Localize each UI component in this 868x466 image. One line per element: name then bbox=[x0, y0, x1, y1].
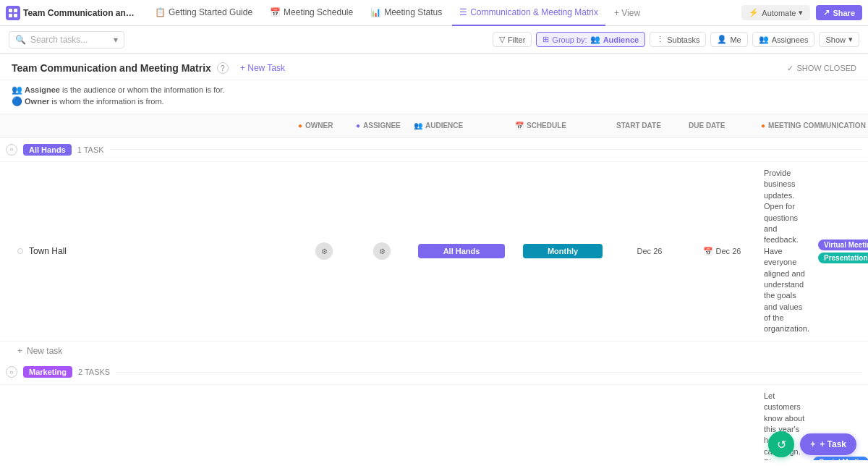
assignee-cell: ⚙ bbox=[353, 242, 411, 260]
group-count-marketing: 2 TASKS bbox=[78, 368, 110, 376]
refresh-icon: ↺ bbox=[777, 438, 786, 452]
group-by-button[interactable]: ⊞ Group by: 👥 Audience bbox=[536, 32, 645, 47]
search-chevron: ▾ bbox=[114, 35, 118, 45]
tab-icon-getting-started: 📋 bbox=[155, 7, 166, 17]
tab-icon-communication-matrix: ☰ bbox=[459, 7, 467, 17]
app-icon bbox=[6, 6, 20, 20]
calendar-icon: 📅 bbox=[703, 247, 713, 256]
audience-icon: 👥 bbox=[590, 35, 600, 44]
plus-icon: + bbox=[17, 346, 22, 356]
share-icon: ↗ bbox=[823, 8, 830, 17]
filter-button[interactable]: ▽ Filter bbox=[493, 32, 532, 47]
table-header: ● Owner ● Assignee 👥 Audience 📅 Schedule… bbox=[0, 114, 868, 137]
col-audience: 👥 Audience bbox=[411, 122, 512, 130]
add-task-button[interactable]: + + Task bbox=[800, 433, 856, 455]
checkmark-icon: ✓ bbox=[787, 64, 793, 73]
comm-badge: Presentation bbox=[818, 253, 868, 263]
tab-icon-meeting-schedule: 📅 bbox=[270, 7, 281, 17]
assignees-button[interactable]: 👥 Assignees bbox=[752, 32, 815, 47]
start-date-cell: Dec 26 bbox=[613, 247, 686, 255]
group-badge-marketing: Marketing bbox=[23, 366, 72, 378]
filter-bar: 🔍 Search tasks... ▾ ▽ Filter ⊞ Group by:… bbox=[0, 26, 868, 54]
audience-badge: All Hands bbox=[418, 244, 505, 258]
show-button[interactable]: Show ▾ bbox=[819, 32, 859, 47]
svg-rect-3 bbox=[14, 14, 17, 17]
col-owner: ● Owner bbox=[295, 122, 353, 130]
tab-getting-started[interactable]: 📋 Getting Started Guide bbox=[148, 0, 260, 26]
svg-rect-0 bbox=[9, 9, 12, 12]
tab-communication-matrix[interactable]: ☰ Communication & Meeting Matrix bbox=[452, 0, 605, 26]
filter-icon: ▽ bbox=[499, 35, 505, 44]
filter-actions: ▽ Filter ⊞ Group by: 👥 Audience ⋮ Subtas… bbox=[493, 32, 859, 47]
collapse-marketing[interactable]: ○ bbox=[6, 366, 17, 378]
new-task-header-button[interactable]: + New Task bbox=[234, 61, 291, 75]
task-bullet bbox=[17, 248, 23, 254]
comm-method-cell: Virtual Meeting Presentation Emails bbox=[815, 237, 868, 266]
show-closed-button[interactable]: ✓ SHOW CLOSED bbox=[787, 64, 856, 73]
legend-assignee: 👥 Assignee is the audience or whom the i… bbox=[12, 85, 856, 95]
top-bar: Team Communication and Meeting Ma... 📋 G… bbox=[0, 0, 868, 26]
me-icon: 👤 bbox=[717, 35, 727, 44]
plus-view-button[interactable]: + View bbox=[608, 8, 646, 18]
svg-rect-1 bbox=[14, 9, 17, 12]
show-chevron: ▾ bbox=[848, 35, 853, 44]
task-name-town-hall: Town Hall bbox=[6, 246, 295, 256]
legend: 👥 Assignee is the audience or whom the i… bbox=[0, 80, 868, 114]
legend-owner: 🔵 Owner is whom the information is from. bbox=[12, 96, 856, 106]
app-title: Team Communication and Meeting Ma... bbox=[23, 8, 139, 18]
schedule-badge: Monthly bbox=[523, 244, 603, 258]
search-box[interactable]: 🔍 Search tasks... ▾ bbox=[9, 31, 124, 48]
audience-cell: All Hands bbox=[411, 244, 512, 258]
col-goals: ● Meeting Communication Goals bbox=[758, 122, 868, 130]
svg-rect-2 bbox=[9, 14, 12, 17]
group-badge-all-hands: All Hands bbox=[23, 144, 72, 156]
group-divider-marketing bbox=[116, 372, 862, 373]
group-icon: ⊞ bbox=[542, 35, 549, 44]
comm-badge: Virtual Meeting bbox=[818, 240, 868, 250]
goals-cell: Provide business updates. Open for quest… bbox=[758, 165, 815, 338]
main-content: ● Owner ● Assignee 👥 Audience 📅 Schedule… bbox=[0, 114, 868, 460]
automate-chevron: ▾ bbox=[799, 8, 803, 17]
me-button[interactable]: 👤 Me bbox=[710, 32, 747, 47]
automate-button[interactable]: ⚡ Automate ▾ bbox=[741, 5, 810, 20]
col-assignee: ● Assignee bbox=[353, 122, 411, 130]
collapse-all-hands[interactable]: ○ bbox=[6, 144, 17, 156]
owner-cell: ⚙ bbox=[295, 242, 353, 260]
task-label[interactable]: Town Hall bbox=[29, 246, 67, 256]
help-icon[interactable]: ? bbox=[217, 62, 229, 74]
subtasks-icon: ⋮ bbox=[656, 35, 664, 44]
share-button[interactable]: ↗ Share bbox=[816, 5, 862, 20]
new-task-all-hands[interactable]: + New task bbox=[0, 342, 868, 360]
group-marketing[interactable]: ○ Marketing 2 TASKS bbox=[0, 360, 868, 385]
col-schedule: 📅 Schedule bbox=[512, 122, 613, 130]
due-date-cell: 📅 Dec 26 bbox=[686, 247, 758, 256]
page-title: Team Communication and Meeting Matrix bbox=[12, 62, 211, 74]
group-all-hands[interactable]: ○ All Hands 1 TASK bbox=[0, 137, 868, 162]
col-due-date: Due Date bbox=[686, 122, 758, 130]
tab-icon-meeting-status: 📊 bbox=[370, 7, 381, 17]
col-start-date: Start Date bbox=[613, 122, 686, 130]
top-bar-actions: ⚡ Automate ▾ ↗ Share bbox=[741, 5, 862, 20]
table-row: New campaign announcement ⚙ ⚙ Marketing … bbox=[0, 385, 868, 460]
assignees-icon: 👥 bbox=[759, 35, 769, 44]
assignee-avatar[interactable]: ⚙ bbox=[373, 242, 391, 260]
group-divider-all-hands bbox=[110, 149, 862, 150]
subtasks-button[interactable]: ⋮ Subtasks bbox=[650, 32, 706, 47]
page-header: Team Communication and Meeting Matrix ? … bbox=[0, 54, 868, 80]
assignee-legend-icon: 👥 bbox=[12, 85, 22, 95]
refresh-button[interactable]: ↺ bbox=[768, 431, 794, 457]
search-icon: 🔍 bbox=[15, 35, 26, 45]
schedule-cell: Monthly bbox=[512, 244, 613, 258]
plus-icon: + bbox=[810, 439, 815, 449]
owner-avatar[interactable]: ⚙ bbox=[315, 242, 333, 260]
tab-meeting-status[interactable]: 📊 Meeting Status bbox=[363, 0, 449, 26]
group-count-all-hands: 1 TASK bbox=[77, 145, 104, 154]
owner-legend-icon: 🔵 bbox=[12, 96, 22, 106]
bottom-action-bar: ↺ + + Task bbox=[768, 431, 856, 457]
tab-meeting-schedule[interactable]: 📅 Meeting Schedule bbox=[263, 0, 360, 26]
automate-icon: ⚡ bbox=[749, 8, 759, 17]
table-row: Town Hall ⚙ ⚙ All Hands Monthly Dec 26 📅… bbox=[0, 162, 868, 342]
